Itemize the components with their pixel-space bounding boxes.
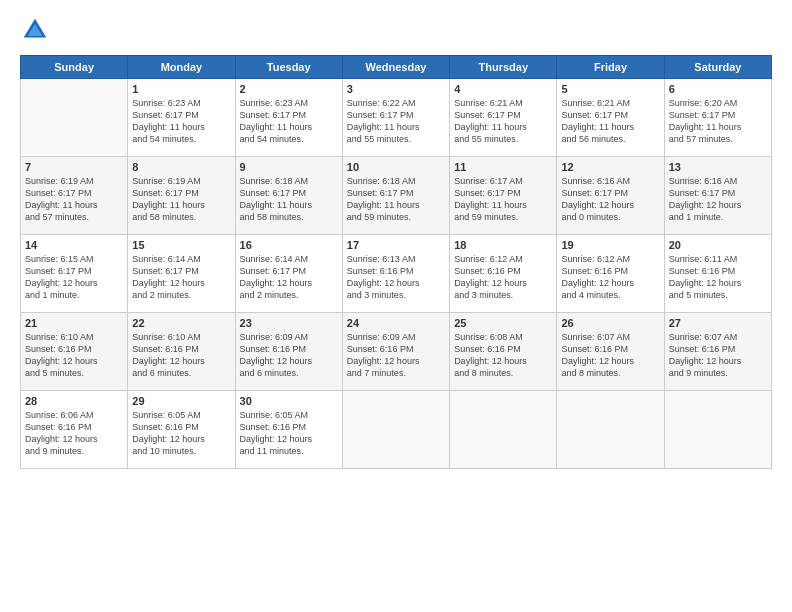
calendar-cell: 22Sunrise: 6:10 AM Sunset: 6:16 PM Dayli… xyxy=(128,313,235,391)
day-info: Sunrise: 6:22 AM Sunset: 6:17 PM Dayligh… xyxy=(347,97,445,146)
header-row: SundayMondayTuesdayWednesdayThursdayFrid… xyxy=(21,56,772,79)
day-info: Sunrise: 6:10 AM Sunset: 6:16 PM Dayligh… xyxy=(25,331,123,380)
calendar-cell: 6Sunrise: 6:20 AM Sunset: 6:17 PM Daylig… xyxy=(664,79,771,157)
day-number: 24 xyxy=(347,317,445,329)
day-info: Sunrise: 6:15 AM Sunset: 6:17 PM Dayligh… xyxy=(25,253,123,302)
day-info: Sunrise: 6:18 AM Sunset: 6:17 PM Dayligh… xyxy=(347,175,445,224)
calendar-cell: 27Sunrise: 6:07 AM Sunset: 6:16 PM Dayli… xyxy=(664,313,771,391)
day-info: Sunrise: 6:16 AM Sunset: 6:17 PM Dayligh… xyxy=(561,175,659,224)
calendar-cell: 17Sunrise: 6:13 AM Sunset: 6:16 PM Dayli… xyxy=(342,235,449,313)
day-number: 18 xyxy=(454,239,552,251)
calendar-cell: 19Sunrise: 6:12 AM Sunset: 6:16 PM Dayli… xyxy=(557,235,664,313)
calendar-cell: 16Sunrise: 6:14 AM Sunset: 6:17 PM Dayli… xyxy=(235,235,342,313)
col-header-monday: Monday xyxy=(128,56,235,79)
day-info: Sunrise: 6:06 AM Sunset: 6:16 PM Dayligh… xyxy=(25,409,123,458)
day-info: Sunrise: 6:23 AM Sunset: 6:17 PM Dayligh… xyxy=(240,97,338,146)
day-info: Sunrise: 6:13 AM Sunset: 6:16 PM Dayligh… xyxy=(347,253,445,302)
col-header-saturday: Saturday xyxy=(664,56,771,79)
calendar-cell: 14Sunrise: 6:15 AM Sunset: 6:17 PM Dayli… xyxy=(21,235,128,313)
day-number: 25 xyxy=(454,317,552,329)
calendar-cell: 26Sunrise: 6:07 AM Sunset: 6:16 PM Dayli… xyxy=(557,313,664,391)
calendar-cell xyxy=(21,79,128,157)
col-header-wednesday: Wednesday xyxy=(342,56,449,79)
calendar-cell: 20Sunrise: 6:11 AM Sunset: 6:16 PM Dayli… xyxy=(664,235,771,313)
day-number: 20 xyxy=(669,239,767,251)
calendar-cell: 12Sunrise: 6:16 AM Sunset: 6:17 PM Dayli… xyxy=(557,157,664,235)
calendar-header: SundayMondayTuesdayWednesdayThursdayFrid… xyxy=(21,56,772,79)
day-info: Sunrise: 6:23 AM Sunset: 6:17 PM Dayligh… xyxy=(132,97,230,146)
day-number: 5 xyxy=(561,83,659,95)
calendar-cell: 21Sunrise: 6:10 AM Sunset: 6:16 PM Dayli… xyxy=(21,313,128,391)
day-number: 8 xyxy=(132,161,230,173)
day-info: Sunrise: 6:09 AM Sunset: 6:16 PM Dayligh… xyxy=(240,331,338,380)
calendar-cell: 24Sunrise: 6:09 AM Sunset: 6:16 PM Dayli… xyxy=(342,313,449,391)
day-number: 7 xyxy=(25,161,123,173)
day-number: 19 xyxy=(561,239,659,251)
day-info: Sunrise: 6:18 AM Sunset: 6:17 PM Dayligh… xyxy=(240,175,338,224)
calendar-cell: 18Sunrise: 6:12 AM Sunset: 6:16 PM Dayli… xyxy=(450,235,557,313)
day-number: 29 xyxy=(132,395,230,407)
calendar-cell: 15Sunrise: 6:14 AM Sunset: 6:17 PM Dayli… xyxy=(128,235,235,313)
calendar-cell: 9Sunrise: 6:18 AM Sunset: 6:17 PM Daylig… xyxy=(235,157,342,235)
day-number: 6 xyxy=(669,83,767,95)
calendar-cell: 25Sunrise: 6:08 AM Sunset: 6:16 PM Dayli… xyxy=(450,313,557,391)
day-number: 11 xyxy=(454,161,552,173)
calendar-cell: 11Sunrise: 6:17 AM Sunset: 6:17 PM Dayli… xyxy=(450,157,557,235)
calendar-cell xyxy=(664,391,771,469)
day-info: Sunrise: 6:10 AM Sunset: 6:16 PM Dayligh… xyxy=(132,331,230,380)
day-number: 14 xyxy=(25,239,123,251)
calendar-cell: 2Sunrise: 6:23 AM Sunset: 6:17 PM Daylig… xyxy=(235,79,342,157)
calendar-cell: 30Sunrise: 6:05 AM Sunset: 6:16 PM Dayli… xyxy=(235,391,342,469)
day-info: Sunrise: 6:17 AM Sunset: 6:17 PM Dayligh… xyxy=(454,175,552,224)
day-number: 10 xyxy=(347,161,445,173)
day-number: 17 xyxy=(347,239,445,251)
logo xyxy=(20,15,54,45)
week-row-3: 14Sunrise: 6:15 AM Sunset: 6:17 PM Dayli… xyxy=(21,235,772,313)
day-number: 15 xyxy=(132,239,230,251)
day-number: 1 xyxy=(132,83,230,95)
day-number: 23 xyxy=(240,317,338,329)
page: SundayMondayTuesdayWednesdayThursdayFrid… xyxy=(0,0,792,612)
calendar-cell: 29Sunrise: 6:05 AM Sunset: 6:16 PM Dayli… xyxy=(128,391,235,469)
day-number: 22 xyxy=(132,317,230,329)
week-row-1: 1Sunrise: 6:23 AM Sunset: 6:17 PM Daylig… xyxy=(21,79,772,157)
week-row-5: 28Sunrise: 6:06 AM Sunset: 6:16 PM Dayli… xyxy=(21,391,772,469)
col-header-tuesday: Tuesday xyxy=(235,56,342,79)
day-info: Sunrise: 6:07 AM Sunset: 6:16 PM Dayligh… xyxy=(561,331,659,380)
calendar-cell xyxy=(342,391,449,469)
day-number: 9 xyxy=(240,161,338,173)
day-info: Sunrise: 6:05 AM Sunset: 6:16 PM Dayligh… xyxy=(240,409,338,458)
day-info: Sunrise: 6:08 AM Sunset: 6:16 PM Dayligh… xyxy=(454,331,552,380)
calendar-cell: 10Sunrise: 6:18 AM Sunset: 6:17 PM Dayli… xyxy=(342,157,449,235)
col-header-friday: Friday xyxy=(557,56,664,79)
calendar-cell: 13Sunrise: 6:16 AM Sunset: 6:17 PM Dayli… xyxy=(664,157,771,235)
day-number: 4 xyxy=(454,83,552,95)
day-info: Sunrise: 6:20 AM Sunset: 6:17 PM Dayligh… xyxy=(669,97,767,146)
header xyxy=(20,15,772,45)
week-row-2: 7Sunrise: 6:19 AM Sunset: 6:17 PM Daylig… xyxy=(21,157,772,235)
day-info: Sunrise: 6:16 AM Sunset: 6:17 PM Dayligh… xyxy=(669,175,767,224)
day-info: Sunrise: 6:19 AM Sunset: 6:17 PM Dayligh… xyxy=(132,175,230,224)
day-info: Sunrise: 6:11 AM Sunset: 6:16 PM Dayligh… xyxy=(669,253,767,302)
calendar-cell: 23Sunrise: 6:09 AM Sunset: 6:16 PM Dayli… xyxy=(235,313,342,391)
calendar-cell: 5Sunrise: 6:21 AM Sunset: 6:17 PM Daylig… xyxy=(557,79,664,157)
day-info: Sunrise: 6:21 AM Sunset: 6:17 PM Dayligh… xyxy=(454,97,552,146)
calendar-cell xyxy=(450,391,557,469)
day-number: 3 xyxy=(347,83,445,95)
day-number: 27 xyxy=(669,317,767,329)
day-number: 26 xyxy=(561,317,659,329)
day-info: Sunrise: 6:14 AM Sunset: 6:17 PM Dayligh… xyxy=(240,253,338,302)
col-header-thursday: Thursday xyxy=(450,56,557,79)
logo-icon xyxy=(20,15,50,45)
day-info: Sunrise: 6:21 AM Sunset: 6:17 PM Dayligh… xyxy=(561,97,659,146)
calendar-cell: 8Sunrise: 6:19 AM Sunset: 6:17 PM Daylig… xyxy=(128,157,235,235)
day-number: 30 xyxy=(240,395,338,407)
day-info: Sunrise: 6:12 AM Sunset: 6:16 PM Dayligh… xyxy=(454,253,552,302)
calendar-table: SundayMondayTuesdayWednesdayThursdayFrid… xyxy=(20,55,772,469)
day-info: Sunrise: 6:05 AM Sunset: 6:16 PM Dayligh… xyxy=(132,409,230,458)
day-number: 16 xyxy=(240,239,338,251)
col-header-sunday: Sunday xyxy=(21,56,128,79)
calendar-cell: 7Sunrise: 6:19 AM Sunset: 6:17 PM Daylig… xyxy=(21,157,128,235)
day-info: Sunrise: 6:14 AM Sunset: 6:17 PM Dayligh… xyxy=(132,253,230,302)
day-info: Sunrise: 6:19 AM Sunset: 6:17 PM Dayligh… xyxy=(25,175,123,224)
